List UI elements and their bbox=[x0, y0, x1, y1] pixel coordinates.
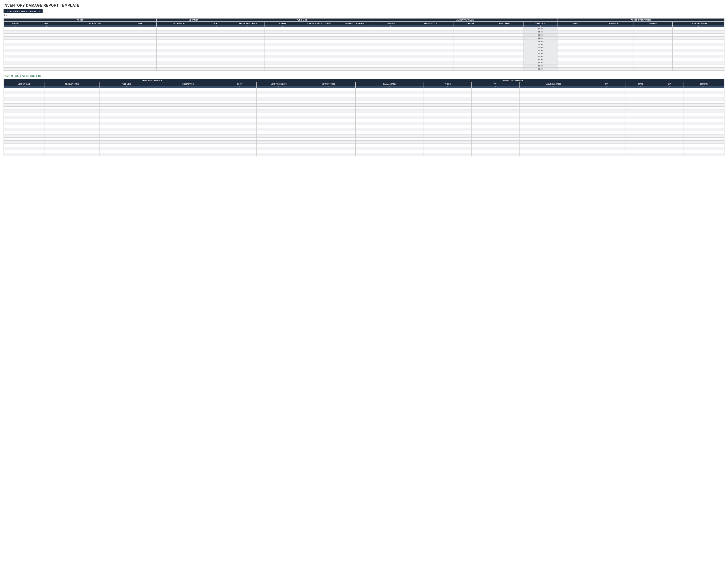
vendor-cell-2[interactable] bbox=[99, 103, 154, 107]
vendor-cell-6[interactable] bbox=[301, 113, 356, 116]
vendor-cell-11[interactable] bbox=[588, 110, 625, 113]
damage-cell-9[interactable] bbox=[338, 68, 373, 71]
vendor-cell-11[interactable] bbox=[588, 122, 625, 125]
vendor-cell-8[interactable] bbox=[424, 125, 472, 128]
vendor-cell-9[interactable] bbox=[472, 100, 520, 103]
vendor-cell-1[interactable] bbox=[45, 137, 99, 141]
damage-cell-15[interactable] bbox=[557, 30, 595, 34]
damage-table-row[interactable]: $0.00 bbox=[4, 46, 724, 49]
damage-cell-11[interactable] bbox=[408, 37, 454, 40]
vendor-cell-1[interactable] bbox=[45, 141, 99, 144]
vendor-cell-2[interactable] bbox=[99, 141, 154, 144]
vendor-cell-11[interactable] bbox=[588, 88, 625, 91]
vendor-table-row[interactable] bbox=[4, 147, 724, 150]
damage-cell-2[interactable] bbox=[66, 34, 124, 37]
dropdown-space[interactable]: ▼ bbox=[202, 25, 231, 27]
damage-cell-7[interactable] bbox=[265, 30, 300, 34]
dropdown-description[interactable]: ▼ bbox=[66, 25, 124, 27]
vendor-cell-10[interactable] bbox=[519, 113, 588, 116]
vendor-table-row[interactable] bbox=[4, 100, 724, 103]
vendor-cell-9[interactable] bbox=[472, 134, 520, 137]
vendor-cell-9[interactable] bbox=[472, 125, 520, 128]
damage-cell-0[interactable] bbox=[4, 27, 27, 30]
vendor-cell-3[interactable] bbox=[154, 153, 222, 156]
vendor-cell-12[interactable] bbox=[625, 125, 656, 128]
damage-cell-14[interactable]: $0.00 bbox=[523, 27, 557, 30]
damage-cell-3[interactable] bbox=[124, 68, 156, 71]
vendor-cell-6[interactable] bbox=[301, 110, 356, 113]
vendor-cell-2[interactable] bbox=[99, 122, 154, 125]
vendor-table-row[interactable] bbox=[4, 107, 724, 110]
damage-cell-9[interactable] bbox=[338, 43, 373, 46]
damage-cell-14[interactable]: $0.00 bbox=[523, 34, 557, 37]
damage-cell-9[interactable] bbox=[338, 34, 373, 37]
damage-table-row[interactable]: $0.00 bbox=[4, 30, 724, 34]
damage-cell-10[interactable] bbox=[373, 46, 408, 49]
damage-cell-16[interactable] bbox=[595, 46, 634, 49]
damage-cell-5[interactable] bbox=[202, 46, 231, 49]
damage-cell-17[interactable] bbox=[634, 68, 672, 71]
vendor-cell-8[interactable] bbox=[424, 141, 472, 144]
vendor-cell-11[interactable] bbox=[588, 97, 625, 100]
damage-table-row[interactable]: $0.00 bbox=[4, 55, 724, 58]
damage-cell-6[interactable] bbox=[231, 68, 265, 71]
vendor-cell-1[interactable] bbox=[45, 125, 99, 128]
damage-cell-15[interactable] bbox=[557, 27, 595, 30]
damage-cell-1[interactable] bbox=[27, 30, 66, 34]
vendor-cell-14[interactable] bbox=[683, 88, 724, 91]
dropdown-item-no[interactable]: ▼ bbox=[4, 25, 27, 27]
damage-cell-12[interactable] bbox=[454, 52, 486, 55]
damage-cell-5[interactable] bbox=[202, 52, 231, 55]
vendor-cell-4[interactable] bbox=[222, 103, 256, 107]
damage-cell-18[interactable] bbox=[673, 68, 724, 71]
vendor-cell-7[interactable] bbox=[355, 94, 424, 97]
damage-cell-4[interactable] bbox=[156, 58, 202, 61]
damage-cell-13[interactable] bbox=[486, 61, 523, 64]
damage-cell-1[interactable] bbox=[27, 64, 66, 68]
vendor-dropdown-description[interactable]: ▼ bbox=[154, 86, 222, 88]
vendor-cell-12[interactable] bbox=[625, 144, 656, 147]
damage-table-row[interactable]: $0.00 bbox=[4, 27, 724, 30]
vendor-cell-1[interactable] bbox=[45, 122, 99, 125]
vendor-cell-6[interactable] bbox=[301, 147, 356, 150]
damage-cell-9[interactable] bbox=[338, 58, 373, 61]
damage-cell-0[interactable] bbox=[4, 34, 27, 37]
damage-cell-17[interactable] bbox=[634, 55, 672, 58]
vendor-cell-9[interactable] bbox=[472, 110, 520, 113]
vendor-cell-8[interactable] bbox=[424, 144, 472, 147]
vendor-cell-4[interactable] bbox=[222, 88, 256, 91]
damage-table-row[interactable]: $0.00 bbox=[4, 34, 724, 37]
vendor-cell-11[interactable] bbox=[588, 153, 625, 156]
vendor-cell-11[interactable] bbox=[588, 113, 625, 116]
vendor-cell-2[interactable] bbox=[99, 113, 154, 116]
vendor-cell-3[interactable] bbox=[154, 113, 222, 116]
damage-cell-16[interactable] bbox=[595, 30, 634, 34]
vendor-cell-3[interactable] bbox=[154, 100, 222, 103]
damage-cell-0[interactable] bbox=[4, 40, 27, 43]
damage-table-row[interactable]: $0.00 bbox=[4, 40, 724, 43]
damage-cell-3[interactable] bbox=[124, 43, 156, 46]
vendor-cell-13[interactable] bbox=[656, 125, 683, 128]
damage-cell-11[interactable] bbox=[408, 30, 454, 34]
damage-cell-1[interactable] bbox=[27, 55, 66, 58]
damage-cell-0[interactable] bbox=[4, 64, 27, 68]
damage-cell-8[interactable] bbox=[300, 58, 338, 61]
damage-cell-8[interactable] bbox=[300, 61, 338, 64]
vendor-cell-5[interactable] bbox=[256, 100, 301, 103]
vendor-cell-12[interactable] bbox=[625, 94, 656, 97]
vendor-cell-6[interactable] bbox=[301, 144, 356, 147]
vendor-cell-7[interactable] bbox=[355, 137, 424, 141]
vendor-cell-10[interactable] bbox=[519, 88, 588, 91]
vendor-cell-7[interactable] bbox=[355, 91, 424, 94]
vendor-cell-14[interactable] bbox=[683, 100, 724, 103]
vendor-cell-0[interactable] bbox=[4, 119, 45, 122]
vendor-cell-7[interactable] bbox=[355, 125, 424, 128]
vendor-cell-5[interactable] bbox=[256, 134, 301, 137]
vendor-cell-6[interactable] bbox=[301, 137, 356, 141]
vendor-table-row[interactable] bbox=[4, 119, 724, 122]
vendor-cell-5[interactable] bbox=[256, 150, 301, 153]
damage-cell-0[interactable] bbox=[4, 68, 27, 71]
vendor-cell-1[interactable] bbox=[45, 107, 99, 110]
damage-cell-10[interactable] bbox=[373, 40, 408, 43]
damage-cell-14[interactable]: $0.00 bbox=[523, 64, 557, 68]
